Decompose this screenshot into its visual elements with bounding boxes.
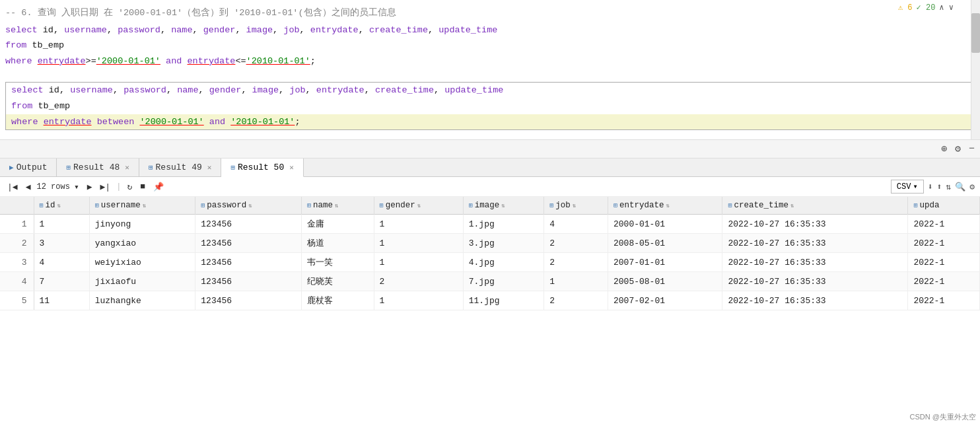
cell-username: luzhangke [89, 291, 195, 310]
tab-48-close[interactable]: ✕ [125, 163, 129, 172]
cell-password: 123456 [195, 234, 302, 253]
cell-gender: 2 [374, 272, 463, 291]
cell-password: 123456 [195, 215, 302, 234]
cell-id: 3 [34, 234, 89, 253]
warning-badge: ⚠ 6 [898, 3, 913, 13]
cell-image: 1.jpg [463, 215, 543, 234]
tab-result-50[interactable]: ⊞ Result 50 ✕ [221, 159, 303, 177]
cell-upda: 2022-1 [908, 272, 980, 291]
output-icon: ▶ [9, 163, 14, 172]
first-page-btn[interactable]: |◀ [5, 181, 20, 193]
stop-btn[interactable]: ■ [138, 181, 147, 192]
cell-create-time: 2022-10-27 16:35:33 [722, 253, 908, 272]
cell-username: jinyong [89, 215, 195, 234]
table-row: 4 7 jixiaofu 123456 纪晓芙 2 7.jpg 1 2005-0… [0, 272, 980, 291]
th-image[interactable]: ⊞image⇅ [463, 197, 543, 215]
upload-icon[interactable]: ⬆ [937, 182, 942, 192]
cell-create-time: 2022-10-27 16:35:33 [722, 272, 908, 291]
cell-rownum: 1 [0, 215, 34, 234]
download-icon[interactable]: ⬇ [928, 182, 933, 192]
csv-label: CSV [897, 182, 911, 192]
cell-rownum: 2 [0, 234, 34, 253]
code-line-1-3: where entrydate >= '2000-01-01' and entr… [0, 53, 980, 69]
cell-image: 4.jpg [463, 253, 543, 272]
th-password[interactable]: ⊞password⇅ [195, 197, 302, 215]
cell-password: 123456 [195, 291, 302, 310]
cell-job: 4 [544, 215, 608, 234]
minus-icon[interactable]: − [969, 143, 975, 155]
table-body: 1 1 jinyong 123456 金庸 1 1.jpg 4 2000-01-… [0, 215, 980, 310]
th-id[interactable]: ⊞id⇅ [34, 197, 89, 215]
tab-50-close[interactable]: ✕ [289, 163, 294, 172]
cell-gender: 1 [374, 215, 463, 234]
watermark: CSDN @失重外太空 [910, 412, 976, 422]
toolbar-icons: ⬇ ⬆ ⇅ 🔍 ⚙ [928, 182, 975, 192]
th-username[interactable]: ⊞username⇅ [89, 197, 195, 215]
cell-rownum: 4 [0, 272, 34, 291]
row-count-label: 12 rows [36, 182, 69, 192]
th-entrydate[interactable]: ⊞entrydate⇅ [608, 197, 722, 215]
code-line-2-3: where entrydate between '2000-01-01' and… [6, 114, 974, 130]
th-gender[interactable]: ⊞gender⇅ [374, 197, 463, 215]
tab-result-49[interactable]: ⊞ Result 49 ✕ [139, 159, 221, 176]
last-page-btn[interactable]: ▶| [98, 181, 113, 193]
code-block-2: select id, username , password , name , … [5, 82, 975, 130]
cell-name: 鹿杖客 [301, 291, 374, 310]
search-icon[interactable]: 🔍 [955, 182, 965, 192]
th-name[interactable]: ⊞name⇅ [301, 197, 374, 215]
code-editor-area: ⚠ 6 ✓ 20 ∧ ∨ -- 6. 查询 入职日期 在 '2000-01-01… [0, 0, 980, 140]
tab-49-close[interactable]: ✕ [207, 163, 212, 172]
settings-icon[interactable]: ⚙ [955, 143, 961, 155]
table-row: 3 4 weiyixiao 123456 韦一笑 1 4.jpg 2 2007-… [0, 253, 980, 272]
cell-name: 韦一笑 [301, 253, 374, 272]
cell-upda: 2022-1 [908, 215, 980, 234]
cell-id: 1 [34, 215, 89, 234]
tabs-row: ▶ Output ⊞ Result 48 ✕ ⊞ Result 49 ✕ ⊞ R… [0, 159, 980, 177]
app-container: ⚠ 6 ✓ 20 ∧ ∨ -- 6. 查询 入职日期 在 '2000-01-01… [0, 0, 980, 310]
th-upda[interactable]: ⊞upda [908, 197, 980, 215]
tab-output[interactable]: ▶ Output [0, 159, 57, 176]
tab-result-48-label: Result 48 [73, 162, 120, 172]
arrows-badge: ∧ ∨ [939, 3, 954, 13]
code-line-1-2: from tb_emp [0, 38, 980, 53]
table-icon-48: ⊞ [66, 163, 71, 172]
cell-job: 2 [544, 291, 608, 310]
comment-line: -- 6. 查询 入职日期 在 '2000-01-01'（包含）到 '2010-… [0, 5, 980, 21]
cell-image: 7.jpg [463, 272, 543, 291]
cell-id: 11 [34, 291, 89, 310]
grid-settings-icon[interactable]: ⚙ [969, 182, 975, 192]
cell-entrydate: 2007-02-01 [608, 291, 722, 310]
code-line-2-2: from tb_emp [6, 98, 974, 114]
cell-upda: 2022-1 [908, 253, 980, 272]
prev-page-btn[interactable]: ◀ [24, 181, 33, 193]
rows-dropdown[interactable]: ▾ [72, 181, 81, 193]
table-row: 5 11 luzhangke 123456 鹿杖客 1 11.jpg 2 200… [0, 291, 980, 310]
results-table-container: ⊞id⇅ ⊞username⇅ ⊞password⇅ ⊞name⇅ ⊞gende… [0, 197, 980, 310]
globe-icon[interactable]: ⊕ [941, 143, 947, 155]
editor-scrollbar[interactable] [971, 0, 980, 139]
th-create-time[interactable]: ⊞create_time⇅ [722, 197, 908, 215]
cell-job: 1 [544, 272, 608, 291]
cell-username: yangxiao [89, 234, 195, 253]
cell-password: 123456 [195, 253, 302, 272]
cell-username: weiyixiao [89, 253, 195, 272]
csv-chevron: ▾ [913, 182, 917, 192]
cell-name: 纪晓芙 [301, 272, 374, 291]
next-page-btn[interactable]: ▶ [85, 181, 94, 193]
cell-entrydate: 2000-01-01 [608, 215, 722, 234]
filter-icon[interactable]: ⇅ [946, 182, 951, 192]
ok-badge: ✓ 20 [917, 3, 936, 13]
tab-result-48[interactable]: ⊞ Result 48 ✕ [57, 159, 139, 176]
editor-badges: ⚠ 6 ✓ 20 ∧ ∨ [898, 3, 954, 13]
controls-row: |◀ ◀ 12 rows ▾ ▶ ▶| | ↻ ■ 📌 CSV ▾ ⬇ ⬆ ⇅ … [0, 177, 980, 197]
code-line-1-1: select id, username , password , name , … [0, 22, 980, 38]
cell-name: 金庸 [301, 215, 374, 234]
results-table: ⊞id⇅ ⊞username⇅ ⊞password⇅ ⊞name⇅ ⊞gende… [0, 197, 980, 310]
pin-btn[interactable]: 📌 [151, 181, 166, 193]
cell-entrydate: 2008-05-01 [608, 234, 722, 253]
csv-export-btn[interactable]: CSV ▾ [891, 180, 924, 194]
refresh-btn[interactable]: ↻ [125, 181, 134, 193]
th-job[interactable]: ⊞job⇅ [544, 197, 608, 215]
cell-upda: 2022-1 [908, 234, 980, 253]
table-icon-50: ⊞ [230, 163, 235, 172]
